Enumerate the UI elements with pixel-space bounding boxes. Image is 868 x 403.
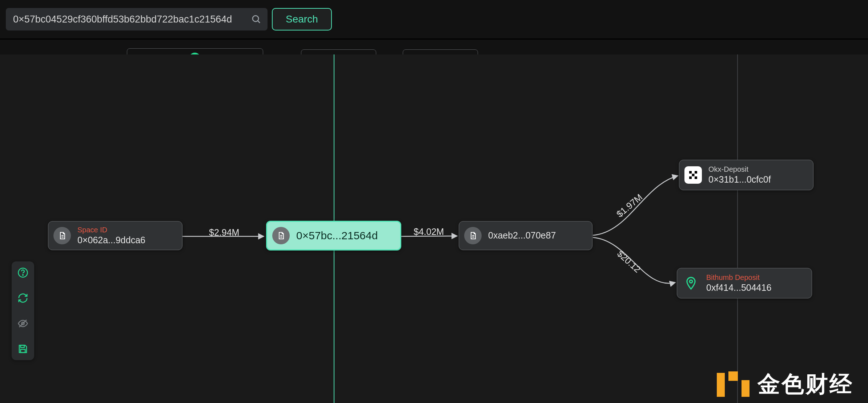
document-icon: [53, 227, 71, 244]
svg-point-25: [23, 274, 23, 275]
svg-rect-22: [695, 176, 697, 179]
search-button[interactable]: Search: [272, 8, 332, 30]
node-mid-addr: 0xaeb2...070e87: [488, 230, 556, 241]
svg-rect-21: [689, 176, 692, 179]
edge-label-e1: $2.94M: [209, 227, 239, 238]
svg-rect-18: [689, 171, 692, 174]
svg-rect-19: [695, 171, 697, 174]
svg-rect-29: [21, 349, 25, 353]
watermark-text: 金色财经: [758, 369, 853, 399]
top-search-bar: Search: [0, 0, 868, 40]
watermark-logo-icon: [717, 371, 750, 397]
edge-label-e2: $4.02M: [414, 227, 444, 237]
timeline-marker-grey: [737, 54, 738, 403]
edge-label-e3: $1.97M: [614, 192, 644, 220]
okx-icon: [684, 166, 702, 184]
node-okx[interactable]: Okx-Deposit 0×31b1...0cfc0f: [679, 160, 813, 190]
svg-point-23: [690, 280, 692, 283]
svg-rect-28: [21, 345, 24, 347]
map-pin-icon: [682, 274, 700, 292]
document-icon: [272, 227, 290, 244]
watermark: 金色财经: [717, 369, 853, 399]
node-source-tag: Space ID: [77, 225, 145, 235]
node-bithumb-addr: 0xf414...504416: [706, 282, 771, 293]
node-center[interactable]: 0×57bc...21564d: [266, 221, 401, 251]
node-okx-tag: Okx-Deposit: [708, 165, 771, 174]
graph-canvas[interactable]: $2.94M $4.02M $1.97M $20.12 Space ID 0×0…: [0, 54, 868, 403]
side-toolbar: [12, 261, 34, 360]
node-source[interactable]: Space ID 0×062a...9ddca6: [48, 221, 182, 250]
help-button[interactable]: [17, 266, 29, 279]
save-button[interactable]: [17, 343, 29, 355]
refresh-button[interactable]: [17, 292, 29, 304]
node-source-addr: 0×062a...9ddca6: [77, 235, 145, 246]
edge-label-e4: $20.12: [615, 248, 643, 275]
node-bithumb[interactable]: Bithumb Deposit 0xf414...504416: [677, 268, 812, 298]
node-okx-addr: 0×31b1...0cfc0f: [708, 174, 771, 185]
node-mid[interactable]: 0xaeb2...070e87: [459, 221, 592, 250]
node-bithumb-tag: Bithumb Deposit: [706, 273, 771, 282]
visibility-button[interactable]: [17, 317, 29, 330]
node-center-addr: 0×57bc...21564d: [296, 229, 378, 243]
search-input[interactable]: [6, 8, 268, 30]
svg-rect-20: [692, 174, 695, 176]
document-icon: [464, 227, 482, 244]
search-input-wrap: [6, 8, 268, 30]
